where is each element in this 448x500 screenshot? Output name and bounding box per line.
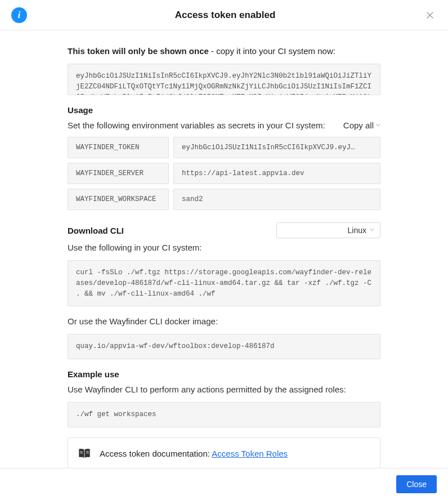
example-instruction: Use Wayfinder CLI to perform any actions… xyxy=(68,385,380,394)
cli-instruction: Use the following in your CI system: xyxy=(68,243,380,252)
close-button[interactable]: Close xyxy=(396,475,437,493)
chevron-down-icon xyxy=(370,228,374,233)
table-row: WAYFINDER_SERVER https://api-latest.appv… xyxy=(68,163,380,184)
chevron-down-icon xyxy=(376,123,380,128)
copy-all-button[interactable]: Copy all xyxy=(343,120,380,130)
token-notice-rest: - copy it into your CI system now: xyxy=(209,46,335,56)
download-cli-heading: Download CLI xyxy=(68,226,124,235)
modal-footer: Close xyxy=(0,468,448,500)
documentation-box: Access token documentation: Access Token… xyxy=(68,438,380,470)
modal-body: This token will only be shown once - cop… xyxy=(0,30,448,481)
env-key[interactable]: WAYFINDER_TOKEN xyxy=(68,137,169,158)
svg-rect-3 xyxy=(86,453,89,453)
table-row: WAYFINDER_TOKEN eyJhbGciOiJSUzI1NiIsInR5… xyxy=(68,137,380,158)
curl-command-box[interactable]: curl -fsSLo ./wf.tgz https://storage.goo… xyxy=(68,260,380,306)
env-key[interactable]: WAYFINDER_SERVER xyxy=(68,163,169,184)
modal-title: Access token enabled xyxy=(175,10,276,21)
docker-image-box[interactable]: quay.io/appvia-wf-dev/wftoolbox:develop-… xyxy=(68,334,380,359)
doc-text: Access token documentation: Access Token… xyxy=(100,449,288,458)
token-notice: This token will only be shown once - cop… xyxy=(68,46,380,56)
token-notice-bold: This token will only be shown once xyxy=(68,46,209,56)
book-icon xyxy=(78,448,91,459)
doc-link[interactable]: Access Token Roles xyxy=(212,449,288,458)
example-command-box[interactable]: ./wf get workspaces xyxy=(68,402,380,427)
doc-prefix: Access token documentation: xyxy=(100,449,212,458)
usage-row: Set the following environment variables … xyxy=(68,120,380,130)
copy-all-label: Copy all xyxy=(343,120,374,130)
usage-instruction: Set the following environment variables … xyxy=(68,120,325,130)
env-value[interactable]: https://api-latest.appvia.dev xyxy=(173,163,380,184)
svg-rect-2 xyxy=(86,451,89,452)
close-icon[interactable] xyxy=(423,8,437,22)
svg-rect-0 xyxy=(80,451,83,452)
env-value[interactable]: eyJhbGciOiJSUzI1NiIsInR5cCI6IkpXVCJ9.eyJ… xyxy=(173,137,380,158)
docker-label: Or use the Wayfinder CLI docker image: xyxy=(68,316,380,326)
token-value-box[interactable]: eyJhbGciOiJSUzI1NiIsInR5cCI6IkpXVCJ9.eyJ… xyxy=(68,64,380,95)
env-table: WAYFINDER_TOKEN eyJhbGciOiJSUzI1NiIsInR5… xyxy=(68,137,380,210)
info-icon: i xyxy=(11,7,27,23)
svg-rect-1 xyxy=(80,453,83,453)
usage-heading: Usage xyxy=(68,105,380,115)
modal-header: i Access token enabled xyxy=(0,0,448,30)
table-row: WAYFINDER_WORKSPACE sand2 xyxy=(68,189,380,210)
download-row: Download CLI Linux xyxy=(68,222,380,238)
os-select[interactable]: Linux xyxy=(276,222,380,238)
example-heading: Example use xyxy=(68,369,380,379)
env-value[interactable]: sand2 xyxy=(173,189,380,210)
env-key[interactable]: WAYFINDER_WORKSPACE xyxy=(68,189,169,210)
os-select-value: Linux xyxy=(348,226,366,235)
